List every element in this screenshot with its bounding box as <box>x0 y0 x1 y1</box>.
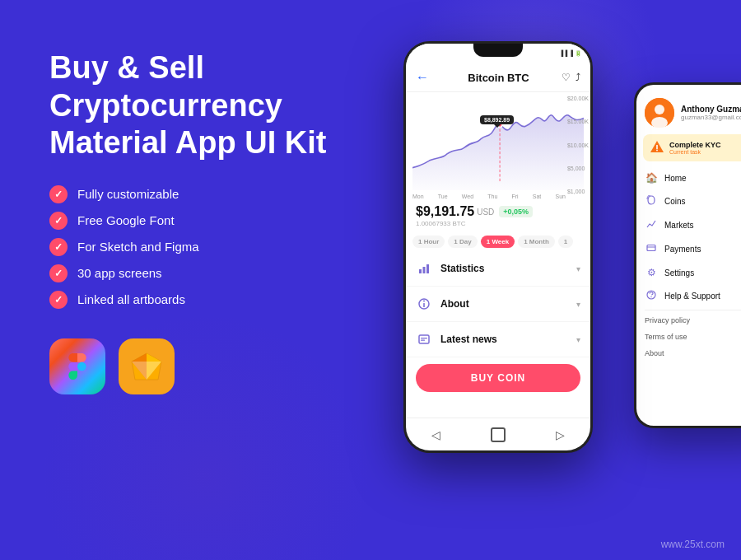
news-chevron: ▾ <box>576 335 580 344</box>
price-btc: 1.00067933 BTC <box>416 220 580 227</box>
svg-rect-13 <box>421 338 427 338</box>
accordion-latest-news[interactable]: Latest news ▾ <box>406 322 590 357</box>
price-currency: USD <box>477 208 494 217</box>
x-label: Fri <box>511 194 518 199</box>
buy-coin-button[interactable]: BUY COIN <box>416 364 580 392</box>
check-icon <box>49 264 68 282</box>
nav-divider <box>645 310 741 310</box>
chart-area: $20.00K $15.00K $10.00K $5,000 $1,000 <box>406 92 590 199</box>
header-action-icons: ♡ ⤴ <box>562 72 580 83</box>
svg-rect-19 <box>656 145 658 149</box>
back-button[interactable]: ← <box>416 70 429 85</box>
feature-item: Linked all artboards <box>49 291 362 309</box>
side-header: Anthony Guzman guzman33@gmail.com <box>636 85 741 134</box>
chart-svg <box>412 96 584 190</box>
home-icon: 🏠 <box>645 172 658 184</box>
phone-main: ▐▐ ▐ 🔋 ← Bitcoin BTC ♡ ⤴ $20.00K $15.00K… <box>403 41 593 453</box>
terms-of-use-link[interactable]: Terms of use <box>636 329 741 345</box>
time-filter-1m[interactable]: 1 Month <box>518 236 555 248</box>
side-screen: Anthony Guzman guzman33@gmail.com Comple… <box>636 85 741 426</box>
svg-rect-10 <box>423 303 425 307</box>
x-label: Wed <box>462 194 473 199</box>
about-icon <box>416 296 432 312</box>
heart-icon[interactable]: ♡ <box>562 72 571 83</box>
features-list: Fully customizable Free Google Font For … <box>49 185 362 309</box>
chart-y-labels: $20.00K $15.00K $10.00K $5,000 $1,000 <box>567 96 589 194</box>
markets-icon <box>645 219 658 231</box>
y-label: $5,000 <box>567 166 589 171</box>
x-label: Mon <box>412 194 424 199</box>
phone-bottom-bar: ◁ ▷ <box>406 418 590 450</box>
time-filters: 1 Hour 1 Day 1 Week 1 Month 1 <box>406 232 590 251</box>
accordion-about[interactable]: About ▾ <box>406 287 590 322</box>
price-amount: $9,191.75 <box>416 204 474 219</box>
tool-icons <box>49 338 362 394</box>
price-change: +0,05% <box>499 206 533 217</box>
figma-icon-box <box>49 338 105 394</box>
watermark: www.25xt.com <box>661 539 725 550</box>
feature-item: Fully customizable <box>49 185 362 203</box>
kyc-title: Complete KYC <box>669 141 721 149</box>
nav-back-icon: ◁ <box>431 428 440 441</box>
svg-point-11 <box>423 301 425 302</box>
svg-rect-6 <box>419 269 422 273</box>
nav-help[interactable]: Help & Support <box>636 284 741 308</box>
left-panel: Buy & SellCryptocurrencyMaterial App UI … <box>49 49 362 394</box>
nav-home-label: Home <box>664 174 687 183</box>
nav-payments-label: Payments <box>664 245 701 254</box>
time-filter-1[interactable]: 1 <box>558 236 573 248</box>
nav-home-icon <box>491 427 506 442</box>
user-avatar <box>645 98 674 128</box>
x-label: Sun <box>556 194 566 199</box>
y-label: $10.00K <box>567 142 589 148</box>
latest-news-label: Latest news <box>440 334 576 345</box>
phone-notch <box>473 44 523 57</box>
nav-markets-label: Markets <box>664 221 694 230</box>
check-icon <box>49 238 68 256</box>
check-icon <box>49 185 68 203</box>
time-filter-1w[interactable]: 1 Week <box>481 236 515 248</box>
settings-icon: ⚙ <box>645 267 658 278</box>
svg-point-24 <box>650 296 651 297</box>
svg-rect-14 <box>421 340 425 341</box>
main-title: Buy & SellCryptocurrencyMaterial App UI … <box>49 49 362 162</box>
coins-icon <box>645 195 658 208</box>
x-label: Thu <box>487 194 497 199</box>
time-filter-1d[interactable]: 1 Day <box>448 236 477 248</box>
privacy-policy-link[interactable]: Privacy policy <box>636 312 741 329</box>
feature-item: For Sketch and Figma <box>49 238 362 256</box>
x-label: Sat <box>533 194 542 199</box>
nav-settings[interactable]: ⚙ Settings <box>636 261 741 284</box>
svg-rect-7 <box>423 267 426 273</box>
nav-home[interactable]: 🏠 Home <box>636 166 741 189</box>
coin-title: Bitcoin BTC <box>436 72 562 84</box>
statistics-label: Statistics <box>440 263 576 274</box>
help-icon <box>645 290 658 302</box>
phone-side: Anthony Guzman guzman33@gmail.com Comple… <box>634 82 741 428</box>
y-label: $20.00K <box>567 96 589 101</box>
svg-rect-12 <box>419 335 429 343</box>
user-info: Anthony Guzman guzman33@gmail.com <box>681 105 741 121</box>
share-icon[interactable]: ⤴ <box>576 72 580 83</box>
accordion-statistics[interactable]: Statistics ▾ <box>406 251 590 287</box>
payments-icon <box>645 243 658 255</box>
time-filter-1h[interactable]: 1 Hour <box>412 236 445 248</box>
sketch-icon-box <box>119 338 175 394</box>
nav-payments[interactable]: Payments <box>636 237 741 261</box>
feature-item: Free Google Font <box>49 212 362 230</box>
nav-coins[interactable]: Coins <box>636 189 741 213</box>
feature-item: 30 app screens <box>49 264 362 282</box>
check-icon <box>49 212 68 230</box>
y-label: $1,000 <box>567 189 589 194</box>
phone-screen: ▐▐ ▐ 🔋 ← Bitcoin BTC ♡ ⤴ $20.00K $15.00K… <box>406 44 590 418</box>
news-icon <box>416 331 432 348</box>
kyc-banner[interactable]: Complete KYC Current task <box>643 134 741 161</box>
about-link[interactable]: About <box>636 345 741 362</box>
statistics-chevron: ▾ <box>576 264 580 273</box>
app-header: ← Bitcoin BTC ♡ ⤴ <box>406 63 590 92</box>
price-tooltip: $8,892.89 <box>480 115 514 124</box>
svg-rect-8 <box>426 264 429 273</box>
kyc-text: Complete KYC Current task <box>669 141 721 155</box>
about-chevron: ▾ <box>576 300 580 309</box>
nav-markets[interactable]: Markets <box>636 213 741 237</box>
